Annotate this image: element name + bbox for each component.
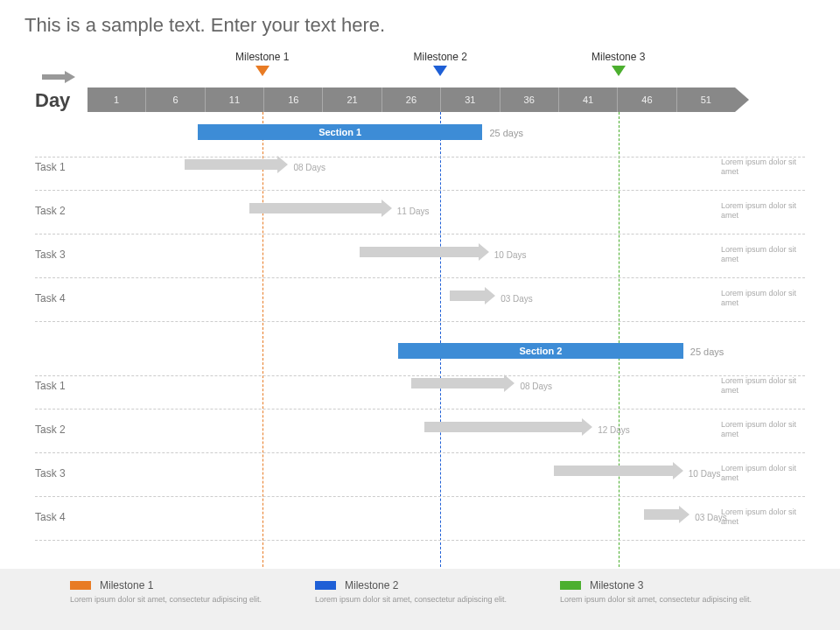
section-bar: Section 1 bbox=[198, 124, 483, 140]
row-label: Task 2 bbox=[35, 205, 83, 217]
axis-tick: 21 bbox=[323, 88, 382, 112]
task-row: Task 4Lorem ipsum dolor sit amet03 Days bbox=[35, 304, 805, 322]
legend-swatch bbox=[560, 581, 581, 590]
row-label: Task 3 bbox=[35, 248, 83, 261]
task-arrow-icon bbox=[185, 158, 288, 172]
axis-tick: 51 bbox=[677, 88, 735, 112]
row-note: Lorem ipsum dolor sit amet bbox=[721, 158, 805, 177]
row-note: Lorem ipsum dolor sit amet bbox=[721, 289, 805, 308]
triangle-down-icon bbox=[256, 66, 270, 76]
day-axis: 16111621263136414651 bbox=[88, 88, 735, 112]
axis-tick: 16 bbox=[264, 88, 323, 112]
row-label: Task 1 bbox=[35, 161, 83, 173]
axis-tick: 26 bbox=[382, 88, 441, 112]
task-duration: 11 Days bbox=[397, 206, 430, 216]
task-arrow-icon bbox=[554, 464, 683, 478]
section-row: Section 125 days bbox=[35, 140, 805, 158]
row-note: Lorem ipsum dolor sit amet bbox=[721, 201, 805, 220]
milestone: Milestone 3 bbox=[575, 51, 662, 76]
section-duration: 25 days bbox=[690, 346, 724, 357]
task-arrow-icon bbox=[360, 245, 489, 259]
task-row: Task 4Lorem ipsum dolor sit amet03 Days bbox=[35, 523, 805, 541]
task-duration: 12 Days bbox=[598, 425, 630, 435]
axis-tick: 31 bbox=[441, 88, 500, 112]
legend-desc: Lorem ipsum dolor sit amet, consectetur … bbox=[315, 595, 525, 605]
row-note: Lorem ipsum dolor sit amet bbox=[721, 464, 805, 483]
legend-desc: Lorem ipsum dolor sit amet, consectetur … bbox=[70, 595, 280, 605]
arrow-right-icon bbox=[42, 70, 75, 88]
task-row: Task 3Lorem ipsum dolor sit amet10 Days bbox=[35, 480, 805, 497]
row-label: Task 2 bbox=[35, 424, 83, 436]
row-label: Task 4 bbox=[35, 511, 83, 523]
milestone-label: Milestone 3 bbox=[575, 51, 662, 63]
task-duration: 10 Days bbox=[494, 250, 527, 260]
task-arrow-icon bbox=[424, 420, 592, 434]
task-arrow-icon bbox=[249, 201, 392, 215]
triangle-down-icon bbox=[612, 66, 626, 76]
axis-tick: 6 bbox=[146, 88, 205, 112]
axis-cap-icon bbox=[735, 88, 749, 112]
legend-swatch bbox=[315, 581, 336, 590]
legend-item: Milestone 2Lorem ipsum dolor sit amet, c… bbox=[315, 579, 525, 605]
legend-label: Milestone 2 bbox=[345, 579, 398, 592]
task-row: Task 1Lorem ipsum dolor sit amet08 Days bbox=[35, 173, 805, 191]
row-label: Task 4 bbox=[35, 292, 83, 304]
legend-swatch bbox=[70, 581, 91, 590]
triangle-down-icon bbox=[433, 66, 447, 76]
milestone-label: Milestone 2 bbox=[396, 51, 484, 63]
row-note: Lorem ipsum dolor sit amet bbox=[721, 508, 805, 527]
row-note: Lorem ipsum dolor sit amet bbox=[721, 245, 805, 264]
page-title: This is a sample text. Enter your text h… bbox=[0, 0, 840, 37]
legend-desc: Lorem ipsum dolor sit amet, consectetur … bbox=[560, 595, 770, 605]
task-row: Task 3Lorem ipsum dolor sit amet10 Days bbox=[35, 261, 805, 278]
section-bar: Section 2 bbox=[398, 343, 683, 359]
axis-tick: 36 bbox=[500, 88, 559, 112]
section-row: Section 225 days bbox=[35, 359, 805, 376]
task-duration: 03 Days bbox=[500, 294, 533, 304]
legend-label: Milestone 1 bbox=[100, 579, 153, 592]
task-arrow-icon bbox=[411, 376, 514, 390]
row-label: Task 1 bbox=[35, 380, 83, 392]
axis-tick: 46 bbox=[618, 88, 676, 112]
task-arrow-icon bbox=[644, 508, 690, 522]
axis-tick: 1 bbox=[88, 88, 146, 112]
section-duration: 25 days bbox=[489, 128, 523, 138]
legend: Milestone 1Lorem ipsum dolor sit amet, c… bbox=[0, 569, 840, 630]
task-duration: 08 Days bbox=[520, 382, 552, 391]
axis-tick: 11 bbox=[206, 88, 264, 112]
row-label: Task 3 bbox=[35, 467, 83, 480]
axis-label: Day bbox=[35, 89, 70, 112]
legend-item: Milestone 1Lorem ipsum dolor sit amet, c… bbox=[70, 579, 280, 605]
milestone: Milestone 2 bbox=[396, 51, 484, 76]
milestone: Milestone 1 bbox=[219, 51, 306, 76]
task-row: Task 2Lorem ipsum dolor sit amet11 Days bbox=[35, 217, 805, 234]
task-duration: 08 Days bbox=[293, 163, 326, 172]
task-arrow-icon bbox=[450, 289, 495, 303]
row-note: Lorem ipsum dolor sit amet bbox=[721, 420, 805, 439]
task-duration: 10 Days bbox=[689, 469, 721, 479]
legend-label: Milestone 3 bbox=[590, 579, 643, 592]
milestone-label: Milestone 1 bbox=[219, 51, 306, 63]
task-row: Task 1Lorem ipsum dolor sit amet08 Days bbox=[35, 392, 805, 410]
legend-item: Milestone 3Lorem ipsum dolor sit amet, c… bbox=[560, 579, 770, 605]
axis-tick: 41 bbox=[559, 88, 618, 112]
task-row: Task 2Lorem ipsum dolor sit amet12 Days bbox=[35, 436, 805, 453]
row-note: Lorem ipsum dolor sit amet bbox=[721, 376, 805, 396]
task-duration: 03 Days bbox=[695, 513, 727, 522]
